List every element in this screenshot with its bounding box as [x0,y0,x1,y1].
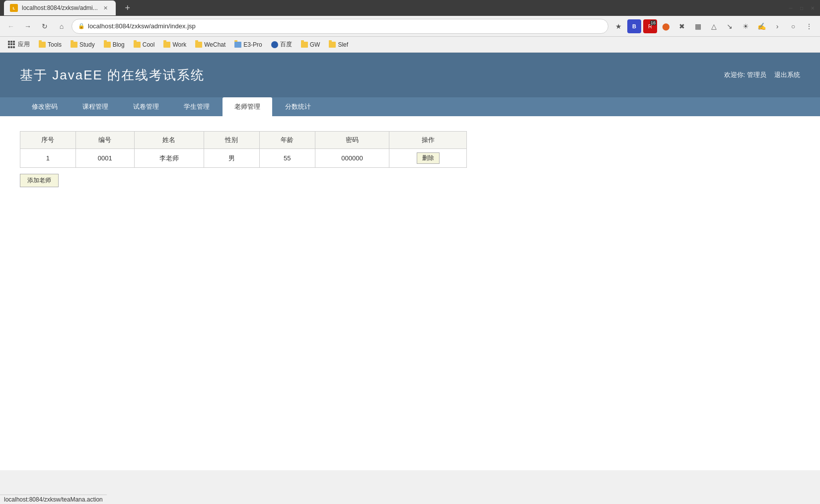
bookmark-gw[interactable]: GW [297,40,324,50]
cell-name: 李老师 [134,149,204,168]
folder-icon [329,42,336,48]
bookmark-study[interactable]: Study [67,40,99,50]
tab-area: L localhost:8084/zxksw/admi... ✕ + [4,0,135,15]
col-header-password: 密码 [315,132,389,149]
cell-seq: 1 [20,149,76,168]
table-header-row: 序号 编号 姓名 性别 年龄 密码 操作 [20,132,467,149]
cell-password: 000000 [315,149,389,168]
extension-b-icon[interactable]: B [627,19,641,33]
back-button[interactable]: ← [4,19,18,33]
bookmark-label: WeChat [204,41,225,48]
delete-button[interactable]: 删除 [417,152,440,164]
logout-link[interactable]: 退出系统 [774,71,800,79]
page-body: 基于 JavaEE 的在线考试系统 欢迎你: 管理员 退出系统 修改密码 课程管… [0,53,820,470]
extension-5-icon[interactable]: △ [707,19,721,33]
tab-teacher-management[interactable]: 老师管理 [223,97,272,116]
bookmark-star-icon[interactable]: ★ [611,19,625,33]
active-tab[interactable]: L localhost:8084/zxksw/admi... ✕ [4,0,116,15]
apps-grid-icon [8,41,16,49]
col-header-seq: 序号 [20,132,76,149]
title-bar-left: L localhost:8084/zxksw/admi... ✕ + [4,0,135,15]
bookmark-wechat[interactable]: WeChat [191,40,229,50]
table-row: 1 0001 李老师 男 55 000000 删除 [20,149,467,168]
bookmark-label: 百度 [280,40,292,49]
bookmark-label: Blog [113,41,125,48]
lock-icon: 🔒 [78,23,85,29]
address-bar[interactable]: 🔒 localhost:8084/zxksw/admin/index.jsp [72,19,608,34]
add-teacher-button[interactable]: 添加老师 [20,174,59,187]
bookmark-cool[interactable]: Cool [130,40,159,50]
app-title: 基于 JavaEE 的在线考试系统 [20,67,205,84]
new-tab-button[interactable]: + [121,1,135,15]
bookmark-label: GW [310,41,320,48]
bookmark-label: Tools [48,41,62,48]
extension-6-icon[interactable]: ↘ [723,19,737,33]
bookmark-label: Slef [338,41,348,48]
folder-icon [134,42,141,48]
col-header-gender: 性别 [204,132,260,149]
url-text: localhost:8084/zxksw/admin/index.jsp [88,22,602,30]
bookmark-baidu[interactable]: 百度 [267,39,296,50]
cell-id: 0001 [75,149,134,168]
forward-button[interactable]: → [21,19,35,33]
folder-icon [163,42,170,48]
extension-o-icon[interactable]: ⬤ [659,19,673,33]
tab-exam-management[interactable]: 试卷管理 [121,97,171,116]
main-content: 序号 编号 姓名 性别 年龄 密码 操作 1 0001 李老师 男 55 000… [0,116,820,202]
extension-8-icon[interactable]: ✍ [754,19,768,33]
reload-button[interactable]: ↻ [38,19,52,33]
bookmark-label: Cool [143,41,155,48]
folder-icon [39,42,46,48]
bookmark-work[interactable]: Work [159,40,190,50]
extension-chevron-icon[interactable]: › [770,19,784,33]
extension-r-icon[interactable]: 16 R [643,19,657,33]
tab-title: localhost:8084/zxksw/admi... [22,4,98,11]
cell-age: 55 [259,149,315,168]
tab-course-management[interactable]: 课程管理 [71,97,120,116]
tab-close-button[interactable]: ✕ [102,4,110,12]
app-header-right: 欢迎你: 管理员 退出系统 [724,71,800,79]
title-bar: L localhost:8084/zxksw/admi... ✕ + ─ □ ✕ [0,0,820,16]
bookmark-apps[interactable]: 应用 [4,39,34,50]
extension-x-icon[interactable]: ✖ [675,19,689,33]
nav-bar: ← → ↻ ⌂ 🔒 localhost:8084/zxksw/admin/ind… [0,16,820,37]
tab-favicon: L [10,4,18,12]
close-button[interactable]: ✕ [809,4,816,11]
baidu-icon [271,41,278,48]
tab-score-statistics[interactable]: 分数统计 [273,97,323,116]
col-header-action: 操作 [389,132,467,149]
bookmark-blog[interactable]: Blog [100,40,129,50]
extension-4-icon[interactable]: ▦ [691,19,705,33]
tab-student-management[interactable]: 学生管理 [172,97,222,116]
bookmark-e3pro[interactable]: E3-Pro [230,40,266,50]
nav-tabs: 修改密码 课程管理 试卷管理 学生管理 老师管理 分数统计 [0,97,820,116]
folder-icon [104,42,111,48]
col-header-name: 姓名 [134,132,204,149]
folder-icon [234,42,241,48]
welcome-text: 欢迎你: 管理员 [724,71,766,79]
browser-chrome: L localhost:8084/zxksw/admi... ✕ + ─ □ ✕… [0,0,820,53]
nav-icons-right: ★ B 16 R ⬤ ✖ ▦ △ ↘ ☀ ✍ › ○ ⋮ [611,19,816,33]
bookmark-label: E3-Pro [243,41,262,48]
app-header: 基于 JavaEE 的在线考试系统 欢迎你: 管理员 退出系统 [0,53,820,97]
cell-gender: 男 [204,149,260,168]
col-header-age: 年龄 [259,132,315,149]
tab-change-password[interactable]: 修改密码 [20,97,70,116]
extension-7-icon[interactable]: ☀ [739,19,752,33]
bookmarks-bar: 应用 Tools Study Blog Cool Work WeChat E3 [0,37,820,53]
home-button[interactable]: ⌂ [55,19,69,33]
folder-icon [195,42,202,48]
bookmark-slef[interactable]: Slef [325,40,352,50]
col-header-id: 编号 [75,132,134,149]
window-controls: ─ □ ✕ [787,4,816,11]
bookmark-tools[interactable]: Tools [35,40,66,50]
bookmark-apps-label: 应用 [18,40,30,49]
maximize-button[interactable]: □ [798,4,805,11]
cell-action: 删除 [389,149,467,168]
bookmark-label: Work [172,41,186,48]
user-account-icon[interactable]: ○ [786,19,800,33]
bookmark-label: Study [79,41,95,48]
menu-dots-icon[interactable]: ⋮ [802,19,816,33]
minimize-button[interactable]: ─ [787,4,794,11]
folder-icon [71,42,77,48]
